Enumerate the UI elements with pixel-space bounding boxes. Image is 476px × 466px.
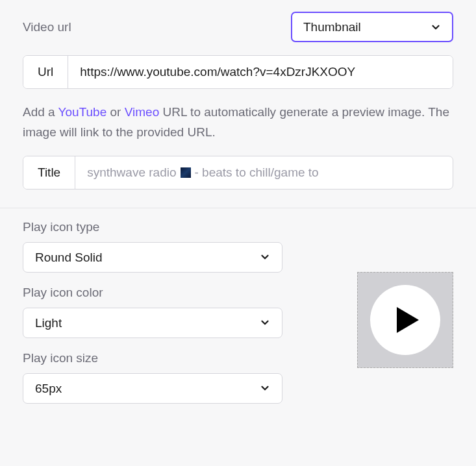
play-type-select-wrap: Round Solid <box>23 242 282 273</box>
play-size-select-wrap: 65px <box>23 373 282 404</box>
play-type-label: Play icon type <box>23 220 282 234</box>
video-url-label: Video url <box>23 20 71 34</box>
title-prefix-label: Title <box>23 156 75 189</box>
play-preview-wrap <box>357 272 453 368</box>
play-size-select[interactable]: 65px <box>23 373 282 404</box>
url-input[interactable] <box>68 56 453 88</box>
play-size-label: Play icon size <box>23 351 282 365</box>
url-input-group: Url <box>23 55 453 89</box>
help-text: Add a YouTube or Vimeo URL to automatica… <box>23 102 453 143</box>
play-color-row: Play icon color Light <box>23 286 282 338</box>
youtube-link[interactable]: YouTube <box>58 105 107 119</box>
thumbnail-select-wrap: Thumbnail <box>291 12 453 42</box>
play-preview <box>357 272 453 368</box>
play-color-select-wrap: Light <box>23 308 282 338</box>
title-input-group: Title synthwave radio - beats to chill/g… <box>23 156 453 190</box>
play-color-select[interactable]: Light <box>23 308 282 338</box>
title-input[interactable]: synthwave radio - beats to chill/game to <box>75 156 453 189</box>
vimeo-link[interactable]: Vimeo <box>125 105 160 119</box>
night-stars-icon <box>181 167 191 178</box>
play-icon-section: Play icon type Round Solid Play icon col… <box>0 208 476 422</box>
play-type-row: Play icon type Round Solid <box>23 220 282 273</box>
url-prefix-label: Url <box>23 56 68 88</box>
thumbnail-select[interactable]: Thumbnail <box>291 12 453 42</box>
video-url-section: Video url Thumbnail Url Add a YouTube or… <box>0 0 476 208</box>
play-type-select[interactable]: Round Solid <box>23 242 282 273</box>
play-size-row: Play icon size 65px <box>23 351 282 404</box>
play-color-label: Play icon color <box>23 286 282 300</box>
section-header: Video url Thumbnail <box>23 12 453 42</box>
play-triangle-icon <box>397 307 419 333</box>
play-controls: Play icon type Round Solid Play icon col… <box>23 220 282 404</box>
play-icon <box>370 285 440 355</box>
